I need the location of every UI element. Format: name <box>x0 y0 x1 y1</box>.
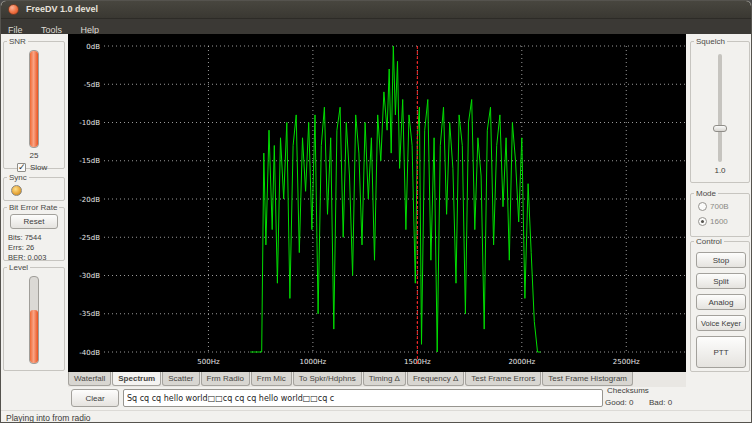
checksums-bad: Bad: 0 <box>649 398 672 407</box>
tab-frm-radio[interactable]: Frm Radio <box>201 372 250 386</box>
voice-keyer-button[interactable]: Voice Keyer <box>696 315 746 331</box>
mode-group-label: Mode <box>694 189 718 198</box>
squelch-group-label: Squelch <box>694 37 727 46</box>
bits-value: Bits: 7544 <box>8 233 41 242</box>
radio-icon <box>698 202 707 211</box>
control-group: Control Stop Split Analog Voice Keyer PT… <box>690 241 750 372</box>
snr-gauge <box>29 50 39 148</box>
svg-text:-5dB: -5dB <box>84 81 100 89</box>
control-group-label: Control <box>694 237 724 246</box>
checksums-label: Checksums <box>607 386 649 395</box>
squelch-group: Squelch 1.0 <box>690 41 750 183</box>
tab-test-frame-errors[interactable]: Test Frame Errors <box>465 372 541 386</box>
snr-value: 25 <box>4 151 64 160</box>
stop-button[interactable]: Stop <box>696 252 746 268</box>
ber-value: BER: 0.003 <box>8 253 46 262</box>
level-group-label: Level <box>7 263 30 272</box>
window-title: FreeDV 1.0 devel <box>26 4 98 14</box>
sync-group-label: Sync <box>7 173 29 182</box>
analog-button[interactable]: Analog <box>696 294 746 310</box>
ber-group: Bit Error Rate Reset Bits: 7544 Errs: 26… <box>3 207 65 261</box>
tab-test-frame-histogram[interactable]: Test Frame Histogram <box>542 372 633 386</box>
svg-text:-10dB: -10dB <box>79 119 100 127</box>
snr-gauge-fill <box>30 51 38 147</box>
svg-text:1000Hz: 1000Hz <box>300 358 327 366</box>
status-bar: Playing into from radio <box>1 410 751 423</box>
split-button[interactable]: Split <box>696 273 746 289</box>
mode-1600-label: 1600 <box>710 217 728 226</box>
slow-checkbox[interactable] <box>17 163 26 172</box>
titlebar: FreeDV 1.0 devel <box>1 1 751 19</box>
sync-led-icon <box>11 185 22 196</box>
svg-text:-30dB: -30dB <box>79 272 100 280</box>
level-group: Level <box>3 267 65 371</box>
svg-text:-40dB: -40dB <box>79 349 100 357</box>
close-button[interactable] <box>8 4 19 15</box>
tab-frequency[interactable]: Frequency Δ <box>407 372 464 386</box>
errs-value: Errs: 26 <box>8 243 34 252</box>
radio-icon <box>698 217 707 226</box>
ptt-button[interactable]: PTT <box>696 336 746 368</box>
tab-to-spkr-hdphns[interactable]: To Spkr/Hdphns <box>293 372 362 386</box>
svg-text:-35dB: -35dB <box>79 310 100 318</box>
clear-button[interactable]: Clear <box>71 389 119 407</box>
menu-file[interactable]: File <box>1 23 30 35</box>
level-gauge-fill <box>30 310 38 363</box>
tab-timing[interactable]: Timing Δ <box>363 372 406 386</box>
svg-text:2500Hz: 2500Hz <box>613 358 640 366</box>
tab-waterfall[interactable]: Waterfall <box>68 372 111 386</box>
squelch-slider[interactable] <box>718 54 722 162</box>
tab-scatter[interactable]: Scatter <box>162 372 199 386</box>
menu-tools[interactable]: Tools <box>34 23 69 35</box>
squelch-value: 1.0 <box>691 166 749 175</box>
mode-group: Mode 700B 1600 <box>690 193 750 237</box>
status-text: Playing into from radio <box>6 413 91 423</box>
tx-text-input[interactable] <box>123 389 603 407</box>
menubar: File Tools Help <box>1 19 751 34</box>
svg-text:500Hz: 500Hz <box>197 358 220 366</box>
svg-text:0dB: 0dB <box>86 43 100 51</box>
mode-radio-700b[interactable]: 700B <box>698 202 729 211</box>
ber-group-label: Bit Error Rate <box>7 203 59 212</box>
level-gauge <box>29 276 39 364</box>
svg-text:2000Hz: 2000Hz <box>508 358 535 366</box>
svg-text:-15dB: -15dB <box>79 157 100 165</box>
snr-group: SNR 25 Slow <box>3 41 65 169</box>
sync-group: Sync <box>3 177 65 201</box>
slow-label: Slow <box>30 163 47 172</box>
squelch-handle[interactable] <box>713 125 727 132</box>
mode-radio-1600[interactable]: 1600 <box>698 217 728 226</box>
tab-spectrum[interactable]: Spectrum <box>112 372 161 386</box>
checksums-good: Good: 0 <box>605 398 633 407</box>
svg-text:-20dB: -20dB <box>79 196 100 204</box>
spectrum-plot[interactable]: 0dB-5dB-10dB-15dB-20dB-25dB-30dB-35dB-40… <box>68 34 686 372</box>
spectrum-plot-svg: 0dB-5dB-10dB-15dB-20dB-25dB-30dB-35dB-40… <box>68 34 686 372</box>
reset-button[interactable]: Reset <box>10 214 58 229</box>
freedv-window: FreeDV 1.0 devel File Tools Help SNR 25 … <box>0 0 752 423</box>
snr-group-label: SNR <box>7 37 28 46</box>
mode-700b-label: 700B <box>710 202 729 211</box>
tab-bar: WaterfallSpectrumScatterFrm RadioFrm Mic… <box>68 372 686 387</box>
tab-frm-mic[interactable]: Frm Mic <box>251 372 292 386</box>
svg-text:-25dB: -25dB <box>79 234 100 242</box>
